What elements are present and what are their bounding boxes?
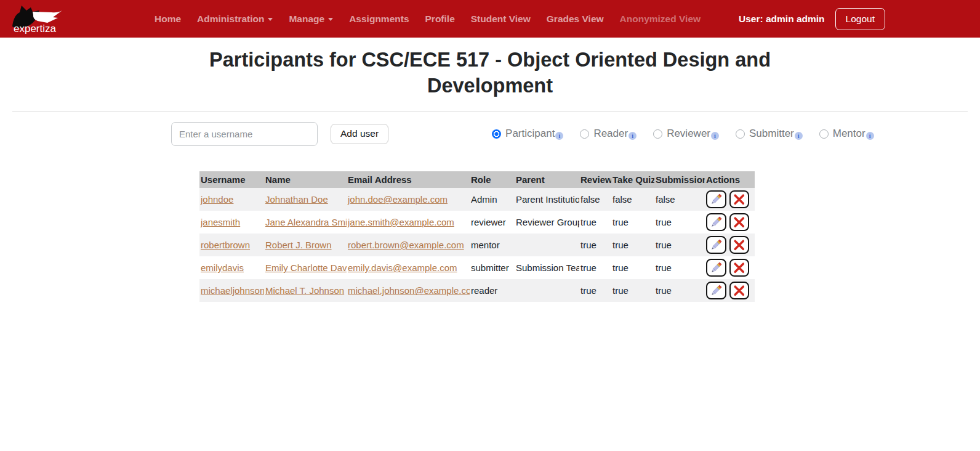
column-header-take-quiz: Take Quiz — [611, 171, 654, 188]
info-icon[interactable]: i — [795, 132, 803, 140]
role-option-mentor[interactable]: Mentori — [819, 128, 874, 140]
email-cell: michael.johnson@example.com — [347, 279, 470, 302]
email-cell: robert.brown@example.com — [347, 234, 470, 256]
add-user-button[interactable]: Add user — [331, 124, 388, 144]
table-header-row: UsernameNameEmail AddressRoleParentRevie… — [199, 171, 755, 188]
actions-cell — [705, 211, 755, 234]
column-header-email-address: Email Address — [347, 171, 470, 188]
nav-item-profile[interactable]: Profile — [417, 9, 463, 30]
role-cell: reviewer — [470, 211, 515, 234]
role-cell: mentor — [470, 234, 515, 256]
table-body: johndoeJohnathan Doejohn.doe@example.com… — [199, 188, 755, 302]
name-link[interactable]: Robert J. Brown — [265, 240, 332, 250]
radio-button[interactable] — [653, 129, 662, 139]
username-cell: johndoe — [199, 188, 264, 211]
actions-wrap — [706, 236, 752, 254]
name-link[interactable]: Jane Alexandra Smith — [265, 217, 347, 227]
role-label: Participant — [505, 128, 555, 140]
parent-cell: Submission Team — [515, 256, 579, 279]
delete-button[interactable] — [729, 259, 750, 277]
navbar: expertiza HomeAdministrationManageAssign… — [0, 0, 980, 38]
user-label: User: admin admin — [739, 14, 825, 25]
chevron-down-icon — [268, 18, 273, 21]
info-icon[interactable]: i — [866, 132, 874, 140]
red-x-icon — [733, 238, 745, 251]
nav-item-student-view[interactable]: Student View — [463, 9, 539, 30]
chevron-down-icon — [328, 18, 333, 21]
info-icon[interactable]: i — [711, 132, 719, 140]
username-link[interactable]: robertbrown — [201, 240, 250, 250]
wolf-logo-icon: expertiza — [9, 3, 68, 35]
pencil-icon — [710, 193, 723, 206]
nav-item-administration[interactable]: Administration — [189, 9, 281, 30]
delete-button[interactable] — [729, 213, 750, 231]
edit-button[interactable] — [706, 259, 726, 277]
submission-cell: true — [654, 279, 705, 302]
email-link[interactable]: emily.davis@example.com — [348, 262, 457, 273]
edit-button[interactable] — [706, 213, 726, 231]
role-option-submitter[interactable]: Submitteri — [736, 128, 803, 140]
email-cell: jane.smith@example.com — [347, 211, 470, 234]
name-link[interactable]: Emily Charlotte Davis — [265, 262, 347, 273]
username-input[interactable] — [171, 122, 318, 146]
actions-cell — [705, 279, 755, 302]
radio-button-selected[interactable] — [492, 129, 501, 139]
red-x-icon — [733, 261, 745, 274]
email-link[interactable]: john.doe@example.com — [348, 194, 448, 205]
role-option-reviewer[interactable]: Revieweri — [653, 128, 719, 140]
nav-item-anonymized-view[interactable]: Anonymized View — [612, 9, 709, 30]
delete-button[interactable] — [729, 190, 750, 208]
svg-text:expertiza: expertiza — [14, 23, 57, 35]
review-cell: true — [579, 234, 611, 256]
nav-item-home[interactable]: Home — [147, 9, 189, 30]
email-link[interactable]: jane.smith@example.com — [348, 217, 454, 227]
actions-wrap — [706, 259, 752, 277]
radio-button[interactable] — [580, 129, 589, 139]
email-link[interactable]: michael.johnson@example.com — [348, 285, 470, 296]
pencil-icon — [710, 216, 723, 229]
red-x-icon — [733, 284, 745, 297]
role-cell: reader — [470, 279, 515, 302]
username-link[interactable]: janesmith — [201, 217, 240, 227]
nav-item-grades-view[interactable]: Grades View — [539, 9, 612, 30]
parent-cell — [515, 279, 579, 302]
name-link[interactable]: Johnathan Doe — [265, 194, 328, 205]
username-link[interactable]: michaeljohnson — [201, 285, 264, 296]
main-content: Participants for CSC/ECE 517 - Object Or… — [0, 47, 980, 302]
take-quiz-cell: true — [611, 256, 654, 279]
edit-button[interactable] — [706, 236, 726, 254]
logout-button[interactable]: Logout — [835, 8, 885, 30]
take-quiz-cell: true — [611, 211, 654, 234]
name-link[interactable]: Michael T. Johnson — [265, 285, 344, 296]
delete-button[interactable] — [729, 282, 750, 299]
nav-item-assignments[interactable]: Assignments — [341, 9, 417, 30]
pencil-icon — [710, 238, 723, 251]
pencil-icon — [710, 261, 723, 274]
info-icon[interactable]: i — [629, 132, 637, 140]
review-cell: true — [579, 211, 611, 234]
email-link[interactable]: robert.brown@example.com — [348, 240, 464, 250]
delete-button[interactable] — [729, 236, 750, 254]
username-link[interactable]: johndoe — [201, 194, 233, 205]
expertiza-logo[interactable]: expertiza — [9, 3, 68, 35]
column-header-name: Name — [264, 171, 347, 188]
role-label: Submitter — [749, 128, 794, 140]
submission-cell: true — [654, 234, 705, 256]
column-header-actions: Actions — [705, 171, 755, 188]
review-cell: false — [579, 188, 611, 211]
edit-button[interactable] — [706, 282, 726, 299]
email-cell: john.doe@example.com — [347, 188, 470, 211]
column-header-review: Review — [579, 171, 611, 188]
edit-button[interactable] — [706, 190, 726, 208]
info-icon[interactable]: i — [555, 132, 563, 140]
submission-cell: true — [654, 256, 705, 279]
nav-item-manage[interactable]: Manage — [281, 9, 341, 30]
name-cell: Jane Alexandra Smith — [264, 211, 347, 234]
column-header-submission: Submission — [654, 171, 705, 188]
radio-button[interactable] — [736, 129, 745, 139]
role-option-reader[interactable]: Readeri — [580, 128, 637, 140]
actions-cell — [705, 188, 755, 211]
radio-button[interactable] — [819, 129, 829, 139]
role-option-participant[interactable]: Participanti — [492, 128, 563, 140]
username-link[interactable]: emilydavis — [201, 262, 244, 273]
